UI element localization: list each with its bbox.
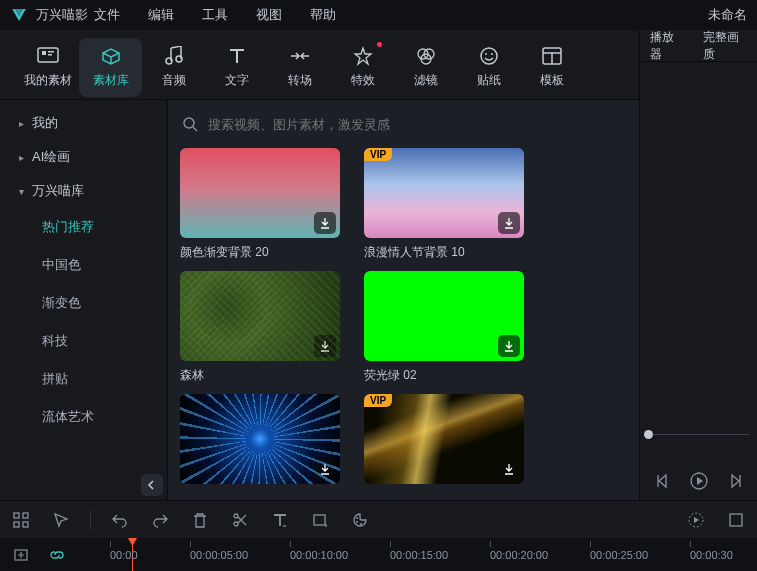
media-card[interactable]: VIP浪漫情人节背景 10 <box>364 148 524 263</box>
media-card[interactable] <box>180 394 340 484</box>
sidebar-item-my[interactable]: ▸我的 <box>6 106 161 140</box>
collapse-sidebar-button[interactable] <box>141 474 163 496</box>
sidebar-child-hot[interactable]: 热门推荐 <box>30 208 167 246</box>
svg-point-27 <box>360 523 362 525</box>
sidebar-child-collage[interactable]: 拼贴 <box>30 360 167 398</box>
timeline-ruler[interactable]: 00:00 00:00:05:00 00:00:10:00 00:00:15:0… <box>110 538 757 571</box>
sidebar-child-gradient[interactable]: 渐变色 <box>30 284 167 322</box>
player-tab-quality[interactable]: 完整画质 <box>703 29 747 63</box>
svg-line-16 <box>193 127 197 131</box>
prev-frame-button[interactable] <box>652 470 674 492</box>
tool-render[interactable] <box>685 509 707 531</box>
play-button[interactable] <box>688 470 710 492</box>
sidebar-item-ai[interactable]: ▸AI绘画 <box>6 140 161 174</box>
app-logo-icon <box>10 6 28 24</box>
svg-point-9 <box>481 48 497 64</box>
media-thumbnail[interactable] <box>364 271 524 361</box>
app-name: 万兴喵影 <box>36 6 88 24</box>
titlebar: 万兴喵影 文件 编辑 工具 视图 帮助 未命名 <box>0 0 757 30</box>
svg-rect-21 <box>23 522 28 527</box>
download-button[interactable] <box>498 335 520 357</box>
download-button[interactable] <box>498 212 520 234</box>
media-card[interactable]: VIP <box>364 394 524 484</box>
menu-file[interactable]: 文件 <box>94 6 120 24</box>
tool-redo[interactable] <box>149 509 171 531</box>
download-icon <box>319 340 331 352</box>
timeline-add-track[interactable] <box>10 544 32 566</box>
tool-text[interactable] <box>269 509 291 531</box>
chevron-down-icon: ▾ <box>16 186 26 197</box>
svg-rect-24 <box>314 515 325 525</box>
media-title: 浪漫情人节背景 10 <box>364 244 524 261</box>
next-frame-button[interactable] <box>724 470 746 492</box>
sidebar-child-fluid[interactable]: 流体艺术 <box>30 398 167 436</box>
svg-rect-19 <box>23 513 28 518</box>
tool-delete[interactable] <box>189 509 211 531</box>
player-tab-player[interactable]: 播放器 <box>650 29 683 63</box>
svg-rect-1 <box>42 51 46 55</box>
notification-dot-icon <box>377 42 382 47</box>
svg-rect-3 <box>48 54 52 56</box>
tab-transitions[interactable]: 转场 <box>268 38 331 97</box>
preview-slider[interactable] <box>648 434 749 435</box>
search-input[interactable] <box>208 117 703 132</box>
tool-mixer[interactable] <box>725 509 747 531</box>
svg-point-22 <box>234 522 238 526</box>
media-thumbnail[interactable] <box>180 148 340 238</box>
document-title: 未命名 <box>708 6 747 24</box>
media-thumbnail[interactable] <box>180 394 340 484</box>
sidebar: ▸我的 ▸AI绘画 ▾万兴喵库 热门推荐 中国色 渐变色 科技 拼贴 流体艺术 <box>0 100 168 500</box>
media-card[interactable]: 荧光绿 02 <box>364 271 524 386</box>
tab-audio[interactable]: 音频 <box>142 38 205 97</box>
menu-edit[interactable]: 编辑 <box>148 6 174 24</box>
download-button[interactable] <box>314 335 336 357</box>
svg-point-11 <box>491 53 493 55</box>
vip-badge: VIP <box>364 148 392 161</box>
tab-titles[interactable]: 文字 <box>205 38 268 97</box>
media-title: 颜色渐变背景 20 <box>180 244 340 261</box>
download-icon <box>503 217 515 229</box>
download-icon <box>503 340 515 352</box>
tool-color[interactable] <box>349 509 371 531</box>
media-card[interactable]: 森林 <box>180 271 340 386</box>
svg-point-25 <box>356 517 358 519</box>
tab-stock-media[interactable]: 素材库 <box>79 38 142 97</box>
slider-knob-icon[interactable] <box>644 430 653 439</box>
tab-stickers[interactable]: 贴纸 <box>457 38 520 97</box>
svg-rect-2 <box>48 51 54 53</box>
svg-point-26 <box>356 521 358 523</box>
menu-view[interactable]: 视图 <box>256 6 282 24</box>
media-thumbnail[interactable] <box>180 271 340 361</box>
menu-help[interactable]: 帮助 <box>310 6 336 24</box>
tool-split[interactable] <box>229 509 251 531</box>
menu-bar: 文件 编辑 工具 视图 帮助 <box>94 6 336 24</box>
svg-rect-20 <box>14 522 19 527</box>
tab-effects[interactable]: 特效 <box>331 38 394 97</box>
menu-tools[interactable]: 工具 <box>202 6 228 24</box>
chevron-left-icon <box>147 480 157 490</box>
download-button[interactable] <box>498 458 520 480</box>
timeline-link[interactable] <box>46 544 68 566</box>
chevron-right-icon: ▸ <box>16 152 26 163</box>
download-button[interactable] <box>314 212 336 234</box>
media-title: 森林 <box>180 367 340 384</box>
tool-applications[interactable] <box>10 509 32 531</box>
media-thumbnail[interactable]: VIP <box>364 148 524 238</box>
media-title: 荧光绿 02 <box>364 367 524 384</box>
sidebar-child-china[interactable]: 中国色 <box>30 246 167 284</box>
download-icon <box>319 463 331 475</box>
tool-select[interactable] <box>50 509 72 531</box>
download-button[interactable] <box>314 458 336 480</box>
media-card[interactable]: 颜色渐变背景 20 <box>180 148 340 263</box>
tool-undo[interactable] <box>109 509 131 531</box>
tab-filters[interactable]: 滤镜 <box>394 38 457 97</box>
timeline: 00:00 00:00:05:00 00:00:10:00 00:00:15:0… <box>0 538 757 571</box>
media-thumbnail[interactable]: VIP <box>364 394 524 484</box>
tab-templates[interactable]: 模板 <box>520 38 583 97</box>
download-icon <box>503 463 515 475</box>
tab-my-media[interactable]: 我的素材 <box>16 38 79 97</box>
vip-badge: VIP <box>364 394 392 407</box>
sidebar-item-lib[interactable]: ▾万兴喵库 <box>6 174 161 208</box>
tool-crop[interactable] <box>309 509 331 531</box>
sidebar-child-tech[interactable]: 科技 <box>30 322 167 360</box>
